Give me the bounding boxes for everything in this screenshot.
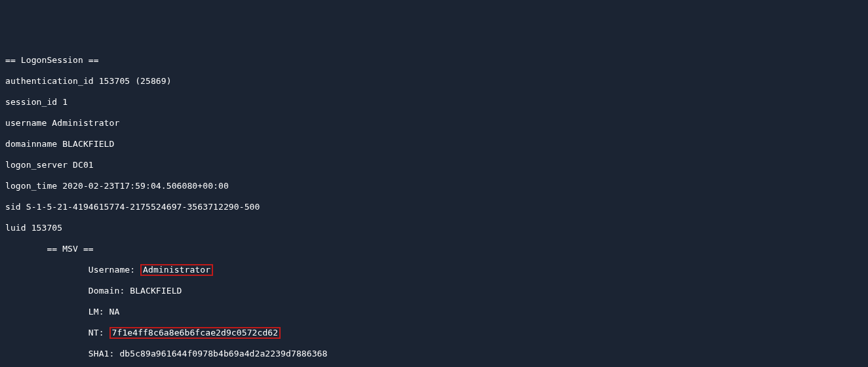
msv-title: == MSV ==: [5, 244, 863, 254]
luid-line: luid 153705: [5, 223, 863, 233]
msv-nt: NT: 7f1e4ff8c6a8e6b6fcae2d9c0572cd62: [5, 328, 863, 338]
highlight-nt-hash: 7f1e4ff8c6a8e6b6fcae2d9c0572cd62: [109, 327, 281, 339]
session-id: session_id 1: [5, 97, 863, 107]
msv-username: Username: Administrator: [5, 265, 863, 275]
sid-line: sid S-1-5-21-4194615774-2175524697-35637…: [5, 202, 863, 212]
header-title: == LogonSession ==: [5, 55, 863, 66]
msv-username-label: Username:: [5, 265, 140, 275]
highlight-username: Administrator: [140, 264, 213, 276]
domainname-line: domainname BLACKFIELD: [5, 139, 863, 149]
msv-domain: Domain: BLACKFIELD: [5, 286, 863, 296]
username-line: username Administrator: [5, 118, 863, 128]
auth-id: authentication_id 153705 (25869): [5, 76, 863, 87]
msv-lm: LM: NA: [5, 307, 863, 317]
msv-sha1: SHA1: db5c89a961644f0978b4b69a4d2a2239d7…: [5, 349, 863, 359]
terminal-output: == LogonSession == authentication_id 153…: [5, 45, 863, 367]
logon-server-line: logon_server DC01: [5, 160, 863, 170]
msv-nt-label: NT:: [5, 328, 109, 338]
logon-time-line: logon_time 2020-02-23T17:59:04.506080+00…: [5, 181, 863, 191]
